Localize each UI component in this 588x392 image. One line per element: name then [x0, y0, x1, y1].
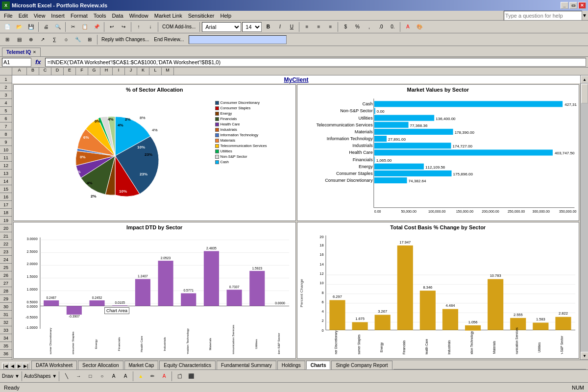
tab-single-company-report[interactable]: Single Company Report [331, 361, 392, 369]
row-12[interactable]: 12 [0, 162, 12, 170]
row-14[interactable]: 14 [0, 177, 12, 185]
row-33[interactable]: 33 [0, 326, 12, 334]
row-22[interactable]: 22 [0, 240, 12, 248]
minimize-button[interactable]: _ [561, 2, 568, 9]
menu-sensiticker[interactable]: Sensiticker [185, 12, 218, 20]
menu-market-link[interactable]: Market Link [151, 12, 185, 20]
tb2-btn6[interactable]: ⌽ [61, 34, 72, 45]
row-15[interactable]: 15 [0, 185, 12, 193]
row-24[interactable]: 24 [0, 256, 12, 264]
ellipse-tool[interactable]: ○ [97, 371, 107, 382]
fill-color-button[interactable]: 🎨 [414, 22, 425, 32]
menu-format[interactable]: Format [68, 12, 91, 20]
print-preview-button[interactable]: 🔍 [52, 22, 63, 32]
menu-window[interactable]: Window [126, 12, 151, 20]
menu-view[interactable]: View [31, 12, 49, 20]
tab-equity-characteristics[interactable]: Equity Characteristics [159, 361, 216, 369]
row-30[interactable]: 30 [0, 303, 12, 311]
row-21[interactable]: 21 [0, 232, 12, 240]
row-10[interactable]: 10 [0, 146, 12, 154]
row-28[interactable]: 28 [0, 287, 12, 295]
line-color-draw[interactable]: ✏ [147, 371, 158, 382]
row-25[interactable]: 25 [0, 264, 12, 271]
increase-decimal-button[interactable]: .0 [375, 22, 386, 32]
row-7[interactable]: 7 [0, 122, 12, 130]
tab-next-button[interactable]: ▶ [16, 363, 23, 369]
col-l[interactable]: L [149, 68, 162, 75]
market-values-chart-box[interactable]: Market Values by Sector Cash [297, 84, 580, 221]
comma-button[interactable]: , [364, 22, 374, 32]
row-27[interactable]: 27 [0, 279, 12, 287]
font-selector[interactable]: Arial [202, 22, 241, 32]
row-18[interactable]: 18 [0, 209, 12, 217]
paste-button[interactable]: 📌 [91, 22, 102, 32]
col-e[interactable]: E [64, 68, 76, 75]
row-36[interactable]: 36 [0, 350, 12, 358]
row-26[interactable]: 26 [0, 271, 12, 279]
tb2-btn2[interactable]: ▤ [14, 34, 24, 45]
save-button[interactable]: 💾 [25, 22, 36, 32]
new-button[interactable]: 📄 [2, 22, 13, 32]
row-34[interactable]: 34 [0, 334, 12, 342]
cell-reference-input[interactable] [2, 58, 31, 67]
decrease-decimal-button[interactable]: 0. [387, 22, 398, 32]
textbox-tool[interactable]: A [108, 371, 119, 382]
tb2-btn3[interactable]: ⊕ [25, 34, 36, 45]
arrow-tool[interactable]: → [73, 371, 84, 382]
undo-button[interactable]: ↩ [106, 22, 117, 32]
tab-charts[interactable]: Charts [306, 361, 331, 369]
italic-button[interactable]: I [274, 22, 285, 32]
col-d[interactable]: D [51, 68, 64, 75]
cost-basis-chart-box[interactable]: Total Cost Basis % Change by Sector Perc… [297, 222, 580, 359]
formula-input[interactable] [45, 58, 586, 67]
row-3[interactable]: 3 [0, 91, 12, 99]
row-5[interactable]: 5 [0, 107, 12, 115]
align-left-button[interactable]: ≡ [301, 22, 312, 32]
menu-file[interactable]: File [1, 12, 16, 20]
menu-tools[interactable]: Tools [91, 12, 109, 20]
tb2-btn7[interactable]: 🔧 [73, 34, 83, 45]
row-8[interactable]: 8 [0, 130, 12, 138]
tb2-btn8[interactable]: ⊞ [84, 34, 95, 45]
col-f[interactable]: F [76, 68, 88, 75]
align-center-button[interactable]: ≡ [313, 22, 324, 32]
tb2-btn4[interactable]: ↗ [37, 34, 48, 45]
shadow-btn[interactable]: □̈ [174, 371, 185, 382]
tab-prev-button[interactable]: ◀ [9, 363, 16, 369]
tab-last-button[interactable]: ▶| [23, 363, 29, 369]
col-c[interactable]: C [39, 68, 51, 75]
sort-asc-button[interactable]: ↑ [133, 22, 144, 32]
row-20[interactable]: 20 [0, 224, 12, 232]
redo-button[interactable]: ↪ [118, 22, 129, 32]
underline-button[interactable]: U [286, 22, 297, 32]
row-1[interactable]: 1 [0, 75, 12, 83]
scroll-thumb[interactable] [581, 84, 588, 103]
row-2[interactable]: 2 [0, 83, 12, 91]
scroll-track[interactable] [581, 83, 588, 352]
cut-button[interactable]: ✂ [68, 22, 78, 32]
menu-help[interactable]: Help [217, 12, 234, 20]
tab-sector-allocation[interactable]: Sector Allocation [78, 361, 123, 369]
telemet-tab[interactable]: Telemet IQ ✕ [2, 48, 41, 56]
menu-insert[interactable]: Insert [48, 12, 68, 20]
tab-holdings[interactable]: Holdings [277, 361, 305, 369]
pie-chart-box[interactable]: % of Sector Allocation [13, 84, 296, 221]
align-right-button[interactable]: ≡ [325, 22, 336, 32]
3d-btn[interactable]: ⬛ [186, 371, 196, 382]
row-35[interactable]: 35 [0, 342, 12, 350]
vertical-scrollbar[interactable]: ▲ ▼ [580, 75, 588, 360]
percent-button[interactable]: % [352, 22, 363, 32]
col-h[interactable]: H [100, 68, 113, 75]
print-button[interactable]: 🖨 [41, 22, 51, 32]
font-color-button[interactable]: A [402, 22, 413, 32]
font-size-selector[interactable]: 14 [242, 22, 262, 32]
col-j[interactable]: J [125, 68, 137, 75]
row-23[interactable]: 23 [0, 248, 12, 256]
line-tool[interactable]: ╲ [61, 371, 72, 382]
row-6[interactable]: 6 [0, 115, 12, 122]
wordart-tool[interactable]: A [120, 371, 131, 382]
col-a[interactable]: A [12, 68, 27, 75]
row-4[interactable]: 4 [0, 99, 12, 107]
scroll-up-button[interactable]: ▲ [581, 75, 588, 83]
rect-tool[interactable]: □ [85, 371, 96, 382]
